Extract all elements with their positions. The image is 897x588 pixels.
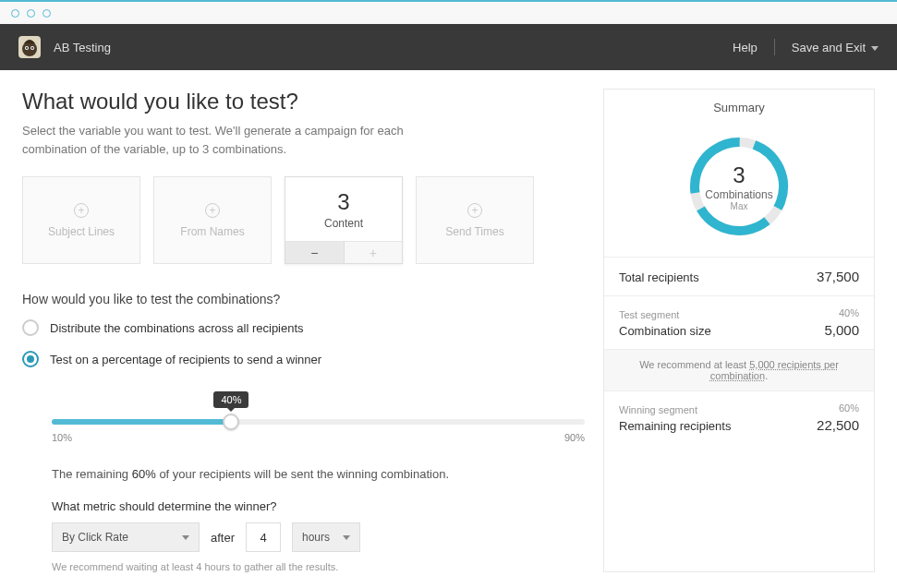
main-content: What would you like to test? Select the … bbox=[22, 89, 585, 572]
traffic-light-max[interactable] bbox=[42, 9, 51, 18]
slider-fill bbox=[52, 419, 231, 425]
total-recipients-value: 37,500 bbox=[817, 269, 859, 284]
metric-hint: We recommend waiting at least 4 hours to… bbox=[52, 561, 585, 572]
percentage-slider[interactable]: 40% 10% 90% bbox=[22, 382, 585, 449]
page-subtext: Select the variable you want to test. We… bbox=[22, 122, 447, 158]
chevron-down-icon bbox=[871, 46, 879, 51]
card-label: From Names bbox=[180, 225, 244, 238]
card-label: Content bbox=[324, 217, 363, 230]
chevron-down-icon bbox=[343, 535, 350, 540]
winning-segment-label: Winning segment bbox=[619, 404, 731, 415]
card-content[interactable]: 3 Content − + bbox=[285, 176, 403, 264]
radio-icon bbox=[22, 319, 39, 336]
slider-min-label: 10% bbox=[52, 432, 72, 443]
remaining-pct: 60% bbox=[132, 467, 156, 481]
total-recipients-row: Total recipients 37,500 bbox=[604, 257, 874, 295]
remaining-text: The remaining 60% of your recipients wil… bbox=[52, 467, 585, 481]
summary-sidebar: Summary 3 Combinations Max Total recipie… bbox=[603, 89, 875, 572]
slider-tooltip: 40% bbox=[213, 391, 248, 408]
option-percentage[interactable]: Test on a percentage of recipients to se… bbox=[22, 351, 585, 367]
increment-button[interactable]: + bbox=[345, 242, 403, 263]
slider-track[interactable] bbox=[52, 419, 585, 425]
combinations-donut: 3 Combinations Max bbox=[684, 131, 794, 242]
metric-select[interactable]: By Click Rate bbox=[52, 522, 200, 552]
plus-circle-icon: + bbox=[467, 203, 482, 218]
donut-sub: Max bbox=[731, 201, 748, 211]
svg-point-0 bbox=[22, 42, 37, 56]
remaining-prefix: The remaining bbox=[52, 467, 128, 481]
metric-row: By Click Rate after hours bbox=[52, 522, 585, 552]
winning-segment-pct: 60% bbox=[839, 402, 859, 414]
test-segment-label: Test segment bbox=[619, 309, 711, 320]
summary-title: Summary bbox=[604, 90, 874, 126]
window-titlebar bbox=[0, 0, 897, 24]
slider-max-label: 90% bbox=[564, 432, 585, 443]
option-distribute-label: Distribute the combinations across all r… bbox=[50, 321, 304, 335]
test-variable-cards: + Subject Lines + From Names 3 Content −… bbox=[22, 176, 585, 264]
save-and-exit-button[interactable]: Save and Exit bbox=[792, 41, 879, 54]
remaining-recipients-label: Remaining recipients bbox=[619, 419, 731, 433]
svg-point-4 bbox=[31, 47, 33, 49]
winning-segment-row: Winning segment Remaining recipients 60%… bbox=[604, 390, 874, 444]
header-title: AB Testing bbox=[54, 41, 111, 54]
app-header: AB Testing Help Save and Exit bbox=[0, 24, 897, 70]
remaining-recipients-value: 22,500 bbox=[817, 417, 859, 433]
traffic-light-close[interactable] bbox=[11, 9, 19, 18]
card-count: 3 bbox=[337, 189, 349, 215]
combinations-heading: How would you like to test the combinati… bbox=[22, 292, 585, 306]
combination-size-value: 5,000 bbox=[824, 322, 859, 338]
decrement-button[interactable]: − bbox=[285, 242, 345, 263]
app-logo-icon bbox=[18, 36, 41, 58]
recommend-prefix: We recommend at least bbox=[639, 359, 746, 370]
card-send-times[interactable]: + Send Times bbox=[416, 176, 534, 264]
svg-point-3 bbox=[26, 47, 28, 49]
donut-label: Combinations bbox=[705, 188, 772, 201]
card-label: Send Times bbox=[445, 225, 503, 238]
radio-checked-icon bbox=[22, 351, 39, 367]
plus-circle-icon: + bbox=[74, 203, 89, 218]
metric-heading: What metric should determine the winner? bbox=[52, 499, 585, 513]
after-value-input[interactable] bbox=[246, 522, 281, 552]
test-segment-row: Test segment Combination size 40% 5,000 bbox=[604, 295, 874, 349]
card-label: Subject Lines bbox=[48, 225, 115, 238]
page-heading: What would you like to test? bbox=[22, 89, 585, 114]
time-unit-select[interactable]: hours bbox=[292, 522, 360, 552]
card-subject-lines[interactable]: + Subject Lines bbox=[22, 176, 140, 264]
help-link[interactable]: Help bbox=[733, 41, 758, 54]
save-exit-label: Save and Exit bbox=[792, 41, 866, 54]
combination-size-label: Combination size bbox=[619, 324, 711, 338]
card-from-names[interactable]: + From Names bbox=[153, 176, 272, 264]
divider bbox=[774, 39, 775, 55]
total-recipients-label: Total recipients bbox=[619, 270, 699, 284]
card-stepper: − + bbox=[285, 241, 402, 263]
slider-thumb[interactable] bbox=[223, 414, 239, 430]
test-segment-pct: 40% bbox=[839, 307, 859, 318]
traffic-light-min[interactable] bbox=[27, 9, 35, 18]
recommendation-note: We recommend at least 5,000 recipients p… bbox=[604, 349, 874, 390]
chevron-down-icon bbox=[182, 535, 189, 540]
option-percentage-label: Test on a percentage of recipients to se… bbox=[50, 353, 321, 366]
remaining-suffix: of your recipients will be sent the winn… bbox=[159, 467, 449, 481]
plus-circle-icon: + bbox=[205, 203, 220, 218]
donut-number: 3 bbox=[733, 162, 745, 188]
metric-select-value: By Click Rate bbox=[62, 531, 128, 544]
option-distribute[interactable]: Distribute the combinations across all r… bbox=[22, 319, 585, 336]
time-unit-value: hours bbox=[302, 531, 330, 544]
after-label: after bbox=[211, 531, 235, 545]
